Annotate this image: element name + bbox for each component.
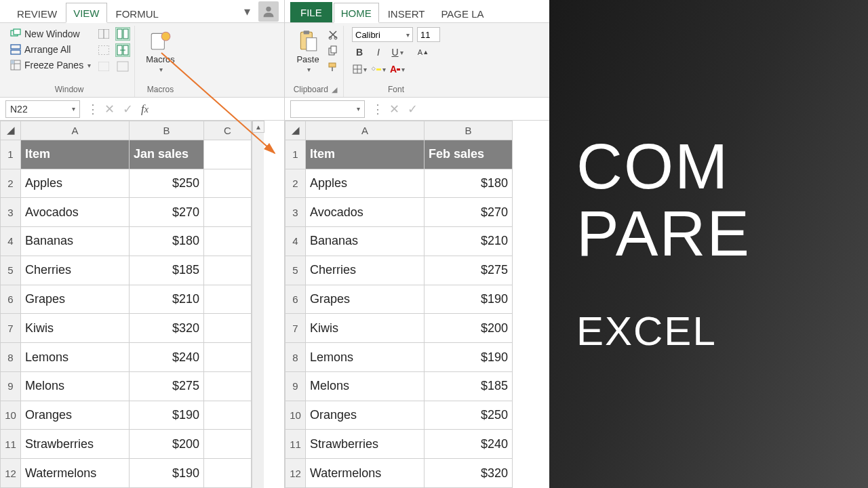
cell-item[interactable]: Apples (306, 169, 425, 198)
cell-val[interactable]: $180 (130, 227, 204, 256)
cell-val[interactable]: $270 (425, 198, 513, 227)
col-header-c[interactable]: C (204, 121, 252, 140)
cell-item[interactable]: Cherries (21, 256, 130, 285)
format-painter-icon[interactable] (327, 61, 339, 73)
select-all-corner[interactable]: ◢ (285, 121, 306, 140)
cell-val[interactable]: $210 (130, 285, 204, 314)
row-header[interactable]: 1 (285, 140, 306, 169)
cell[interactable] (204, 343, 252, 372)
cell-item[interactable]: Lemons (306, 343, 425, 372)
row-header[interactable]: 6 (1, 285, 21, 314)
col-header-b[interactable]: B (425, 121, 513, 140)
hide-button[interactable] (96, 43, 111, 57)
cancel-formula-icon[interactable]: ✕ (104, 102, 115, 117)
cell-val[interactable]: $270 (130, 198, 204, 227)
row-header[interactable]: 10 (285, 401, 306, 430)
row-header[interactable]: 5 (285, 256, 306, 285)
dialog-launcher-icon[interactable]: ◢ (330, 85, 338, 94)
cell[interactable] (204, 371, 252, 401)
name-box-left[interactable]: N22▾ (5, 100, 80, 118)
copy-icon[interactable] (327, 45, 339, 57)
arrange-all-button[interactable]: Arrange All (8, 43, 92, 56)
cell[interactable] (204, 285, 252, 314)
row-header[interactable]: 3 (1, 198, 21, 227)
row-header[interactable]: 7 (285, 314, 306, 343)
cell[interactable] (204, 401, 252, 430)
header-sales[interactable]: Feb sales (425, 140, 513, 169)
tab-overflow-icon[interactable]: ▾ (240, 4, 254, 19)
macros-button[interactable]: Macros ▾ (143, 27, 178, 75)
row-header[interactable]: 11 (285, 430, 306, 459)
cell-item[interactable]: Grapes (306, 285, 425, 314)
row-header[interactable]: 12 (1, 459, 21, 488)
row-header[interactable]: 7 (1, 314, 21, 343)
cell-val[interactable]: $240 (425, 430, 513, 459)
cell[interactable] (204, 169, 252, 198)
tab-formulas[interactable]: FORMUL (108, 3, 166, 22)
cell-item[interactable]: Apples (21, 169, 130, 198)
row-header[interactable]: 9 (1, 371, 21, 401)
user-avatar-icon[interactable] (258, 1, 279, 22)
tab-review[interactable]: REVIEW (9, 3, 64, 22)
sync-scrolling-button[interactable] (115, 43, 130, 57)
row-header[interactable]: 2 (1, 169, 21, 198)
cell[interactable] (204, 314, 252, 343)
enter-formula-icon[interactable]: ✓ (408, 102, 418, 117)
name-box-right[interactable]: ▾ (290, 100, 365, 118)
fill-color-button[interactable]: ▾ (371, 62, 386, 76)
row-header[interactable]: 12 (285, 459, 306, 488)
cell-item[interactable]: Avocados (21, 198, 130, 227)
fx-icon[interactable]: fx (141, 102, 149, 116)
cell-item[interactable]: Kiwis (306, 314, 425, 343)
new-window-button[interactable]: New Window (8, 27, 92, 41)
cell-val[interactable]: $275 (425, 256, 513, 285)
row-header[interactable]: 4 (285, 227, 306, 256)
row-header[interactable]: 3 (285, 198, 306, 227)
cell-val[interactable]: $320 (130, 314, 204, 343)
row-header[interactable]: 9 (285, 371, 306, 401)
cell-val[interactable]: $200 (130, 430, 204, 459)
cell-item[interactable]: Lemons (21, 343, 130, 372)
cancel-formula-icon[interactable]: ✕ (389, 102, 399, 117)
cell-item[interactable]: Grapes (21, 285, 130, 314)
view-side-by-side-button[interactable] (115, 27, 130, 41)
tab-page-layout[interactable]: PAGE LA (433, 3, 491, 22)
cell-item[interactable]: Oranges (21, 401, 130, 430)
increase-font-icon[interactable]: A▲ (416, 45, 431, 59)
cell[interactable] (204, 256, 252, 285)
cell-val[interactable]: $250 (425, 401, 513, 430)
vertical-scrollbar[interactable]: ▲ (252, 121, 264, 488)
header-item[interactable]: Item (21, 140, 130, 169)
cell-item[interactable]: Strawberries (306, 430, 425, 459)
cell[interactable] (204, 430, 252, 459)
cell-item[interactable]: Watermelons (21, 459, 130, 488)
cell-item[interactable]: Avocados (306, 198, 425, 227)
cell-item[interactable]: Melons (21, 371, 130, 401)
cell-val[interactable]: $185 (130, 256, 204, 285)
cell-item[interactable]: Oranges (306, 401, 425, 430)
tab-file[interactable]: FILE (290, 2, 332, 22)
split-button[interactable] (96, 27, 111, 41)
font-color-button[interactable]: A▾ (390, 62, 405, 76)
cell-val[interactable]: $185 (425, 371, 513, 401)
col-header-a[interactable]: A (21, 121, 130, 140)
font-size-select[interactable]: 11 (417, 27, 440, 42)
row-header[interactable]: 4 (1, 227, 21, 256)
row-header[interactable]: 5 (1, 256, 21, 285)
cell-val[interactable]: $190 (425, 285, 513, 314)
cell[interactable] (204, 227, 252, 256)
row-header[interactable]: 8 (1, 343, 21, 372)
cell-val[interactable]: $190 (130, 401, 204, 430)
cut-icon[interactable] (327, 28, 339, 41)
cell-val[interactable]: $210 (425, 227, 513, 256)
cell[interactable] (204, 198, 252, 227)
tab-home[interactable]: HOME (334, 3, 379, 23)
row-header[interactable]: 10 (1, 401, 21, 430)
tab-view[interactable]: VIEW (66, 3, 106, 23)
tab-insert[interactable]: INSERT (380, 3, 433, 22)
bold-button[interactable]: B (352, 45, 367, 59)
cell-val[interactable]: $240 (130, 343, 204, 372)
cell-val[interactable]: $275 (130, 371, 204, 401)
scroll-up-icon[interactable]: ▲ (252, 121, 264, 133)
cell-item[interactable]: Bananas (306, 227, 425, 256)
